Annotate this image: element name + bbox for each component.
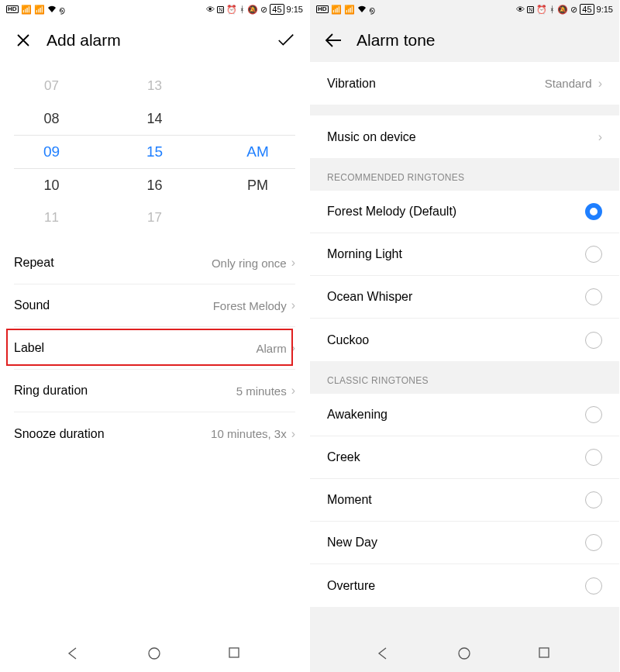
ringtone-option[interactable]: New Day xyxy=(310,522,619,564)
ringtone-option[interactable]: Moment xyxy=(310,479,619,522)
ringtone-option[interactable]: Creek xyxy=(310,436,619,479)
radio-icon[interactable] xyxy=(585,246,602,263)
minute-option[interactable]: 17 xyxy=(103,210,206,226)
chevron-right-icon: › xyxy=(291,298,295,312)
signal-icon: 📶 xyxy=(344,5,355,15)
ringtone-label: Moment xyxy=(327,493,585,507)
setting-ring-duration[interactable]: Ring duration 5 minutes › xyxy=(14,370,295,412)
hour-option[interactable]: 10 xyxy=(0,177,103,194)
radio-icon[interactable] xyxy=(585,288,602,305)
setting-snooze-duration[interactable]: Snooze duration 10 minutes, 3x › xyxy=(14,412,295,455)
page-title: Alarm tone xyxy=(356,31,605,50)
status-bar: HD 📶 📶 ൭ 👁 N ⏰ ᚼ 🔕 ⊘ 45 9:15 xyxy=(0,0,309,19)
svg-point-2 xyxy=(459,648,470,659)
ringtone-option[interactable]: Ocean Whisper xyxy=(310,276,619,319)
android-navbar xyxy=(310,636,619,672)
chevron-right-icon: › xyxy=(598,130,602,144)
header: Alarm tone xyxy=(310,19,619,62)
ringtone-option[interactable]: Awakening xyxy=(310,394,619,436)
row-vibration[interactable]: Vibration Standard › xyxy=(310,62,619,105)
phone-right-alarm-tone: HD 📶 📶 ൭ 👁 N ⏰ ᚼ 🔕 ⊘ 45 9:15 Alarm tone … xyxy=(310,0,620,672)
setting-label: Snooze duration xyxy=(14,427,211,441)
radio-selected-icon[interactable] xyxy=(585,203,602,220)
swirl-icon: ൭ xyxy=(369,5,374,15)
ringtone-option[interactable]: Morning Light xyxy=(310,233,619,276)
battery-icon: 45 xyxy=(270,4,284,15)
svg-rect-1 xyxy=(229,648,239,657)
chevron-right-icon: › xyxy=(291,427,295,441)
hour-selected[interactable]: 09 xyxy=(0,143,103,160)
radio-icon[interactable] xyxy=(585,406,602,423)
radio-icon[interactable] xyxy=(585,449,602,466)
hour-option[interactable]: 11 xyxy=(0,210,103,226)
hour-option[interactable]: 07 xyxy=(0,78,103,94)
ampm-option[interactable]: PM xyxy=(206,177,309,194)
nav-recent-icon[interactable] xyxy=(228,646,243,662)
signal-icon: 📶 xyxy=(21,5,32,15)
alarm-icon: ⏰ xyxy=(536,5,547,15)
chevron-right-icon: › xyxy=(291,341,295,355)
nav-recent-icon[interactable] xyxy=(538,646,553,662)
chevron-right-icon: › xyxy=(598,77,602,91)
nfc-icon: N xyxy=(217,6,224,13)
nav-back-icon[interactable] xyxy=(66,646,81,662)
ringtone-label: Creek xyxy=(327,450,585,464)
svg-point-0 xyxy=(149,648,160,659)
phone-left-add-alarm: HD 📶 📶 ൭ 👁 N ⏰ ᚼ 🔕 ⊘ 45 9:15 Add alarm xyxy=(0,0,310,672)
wifi-icon xyxy=(47,5,57,13)
battery-icon: 45 xyxy=(580,4,594,15)
minute-option[interactable]: 16 xyxy=(103,177,206,194)
close-button[interactable] xyxy=(14,31,33,50)
hd-badge: HD xyxy=(316,5,329,13)
mute-icon: 🔕 xyxy=(557,5,568,15)
ampm-selected[interactable]: AM xyxy=(206,143,309,160)
time-picker[interactable]: 07 13 08 14 09 15 AM 10 16 PM 11 17 xyxy=(0,62,309,242)
chevron-right-icon: › xyxy=(291,384,295,398)
section-header-recommended: RECOMMENDED RINGTONES xyxy=(310,158,619,191)
setting-label: Label xyxy=(14,341,257,355)
ringtone-option[interactable]: Cuckoo xyxy=(310,319,619,361)
no-data-icon: ⊘ xyxy=(260,5,267,15)
ringtone-option[interactable]: Overture xyxy=(310,564,619,607)
bluetooth-icon: ᚼ xyxy=(239,5,245,14)
setting-label-row[interactable]: Label Alarm › xyxy=(14,327,295,370)
setting-repeat[interactable]: Repeat Only ring once › xyxy=(14,242,295,284)
ringtone-label: Awakening xyxy=(327,408,585,422)
nav-back-icon[interactable] xyxy=(376,646,391,662)
radio-icon[interactable] xyxy=(585,491,602,508)
no-data-icon: ⊘ xyxy=(570,5,577,15)
wifi-icon xyxy=(357,5,367,13)
setting-value: Only ring once xyxy=(212,257,287,270)
status-bar: HD 📶 📶 ൭ 👁 N ⏰ ᚼ 🔕 ⊘ 45 9:15 xyxy=(310,0,619,19)
confirm-button[interactable] xyxy=(277,31,295,50)
swirl-icon: ൭ xyxy=(59,5,64,15)
back-button[interactable] xyxy=(324,31,343,50)
minute-option[interactable]: 14 xyxy=(103,111,206,127)
radio-icon[interactable] xyxy=(585,332,602,349)
radio-icon[interactable] xyxy=(585,577,602,594)
radio-icon[interactable] xyxy=(585,534,602,551)
section-header-classic: CLASSIC RINGTONES xyxy=(310,361,619,394)
setting-sound[interactable]: Sound Forest Melody › xyxy=(14,284,295,327)
setting-label: Repeat xyxy=(14,256,212,270)
row-label: Music on device xyxy=(327,130,598,144)
eye-icon: 👁 xyxy=(206,5,215,14)
ringtone-label: Ocean Whisper xyxy=(327,290,585,304)
ringtone-label: Forest Melody (Default) xyxy=(327,205,585,219)
setting-value: 10 minutes, 3x xyxy=(211,427,287,440)
ringtone-option[interactable]: Forest Melody (Default) xyxy=(310,191,619,233)
setting-label: Sound xyxy=(14,298,213,312)
nav-home-icon[interactable] xyxy=(457,646,473,662)
ringtone-label: Overture xyxy=(327,579,585,593)
header: Add alarm xyxy=(0,19,309,62)
minute-option[interactable]: 13 xyxy=(103,78,206,94)
settings-list: Repeat Only ring once › Sound Forest Mel… xyxy=(0,242,309,455)
minute-selected[interactable]: 15 xyxy=(103,143,206,160)
chevron-right-icon: › xyxy=(291,256,295,270)
nav-home-icon[interactable] xyxy=(147,646,163,662)
row-music-on-device[interactable]: Music on device › xyxy=(310,115,619,158)
hour-option[interactable]: 08 xyxy=(0,111,103,127)
bluetooth-icon: ᚼ xyxy=(549,5,555,14)
nfc-icon: N xyxy=(527,6,534,13)
row-label: Vibration xyxy=(327,77,545,91)
